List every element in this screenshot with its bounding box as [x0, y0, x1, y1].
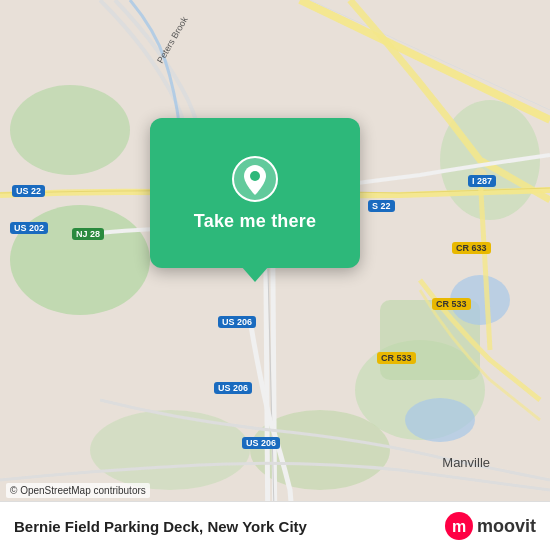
svg-point-9	[405, 398, 475, 442]
badge-us202: US 202	[10, 222, 48, 234]
take-me-there-button[interactable]: Take me there	[150, 118, 360, 268]
badge-cr533-2: CR 533	[377, 352, 416, 364]
svg-point-7	[90, 410, 250, 490]
moovit-logo: m moovit	[445, 512, 536, 540]
location-name: Bernie Field Parking Deck, New York City	[14, 518, 307, 535]
moovit-icon: m	[445, 512, 473, 540]
badge-nj28: NJ 28	[72, 228, 104, 240]
badge-cr633: CR 633	[452, 242, 491, 254]
badge-us206-2: US 206	[214, 382, 252, 394]
badge-i287: I 287	[468, 175, 496, 187]
manville-label: Manville	[442, 455, 490, 470]
badge-us22-left: US 22	[12, 185, 45, 197]
bottom-bar: Bernie Field Parking Deck, New York City…	[0, 501, 550, 550]
badge-cr533-1: CR 533	[432, 298, 471, 310]
svg-point-13	[250, 171, 260, 181]
map-container: US 22 US 202 NJ 28 S 22 I 287 CR 633 US …	[0, 0, 550, 550]
osm-attribution: © OpenStreetMap contributors	[6, 483, 150, 498]
location-pin-icon	[231, 155, 279, 203]
badge-s22: S 22	[368, 200, 395, 212]
svg-text:m: m	[452, 518, 466, 535]
take-me-there-label: Take me there	[194, 211, 316, 232]
badge-us206-1: US 206	[218, 316, 256, 328]
badge-us206-3: US 206	[242, 437, 280, 449]
moovit-text: moovit	[477, 516, 536, 537]
svg-point-4	[10, 85, 130, 175]
